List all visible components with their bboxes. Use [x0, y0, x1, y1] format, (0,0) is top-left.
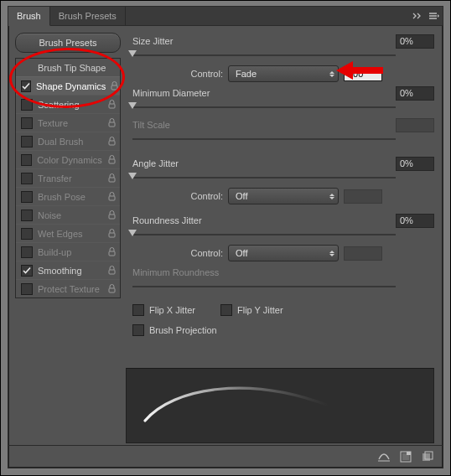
roundness-jitter-label: Roundness Jitter [132, 215, 391, 225]
sidebar-item-noise[interactable]: Noise [16, 205, 120, 224]
sidebar-item-transfer[interactable]: Transfer [16, 168, 120, 187]
sidebar-item-label: Build-up [38, 247, 101, 257]
lock-icon[interactable] [106, 192, 117, 201]
angle-jitter-row: Angle Jitter 0% [132, 155, 434, 172]
sidebar-item-brush-pose[interactable]: Brush Pose [16, 187, 120, 205]
svg-rect-6 [109, 196, 115, 200]
roundness-jitter-row: Roundness Jitter 0% [132, 212, 434, 229]
panel-expand-icon[interactable] [409, 7, 426, 25]
new-preset-icon[interactable] [397, 449, 414, 464]
checkbox-icon[interactable] [21, 283, 33, 295]
shape-dynamics-properties: Size Jitter 0% Control: Fade 200 Minimum [126, 26, 443, 363]
brush-projection-checkbox[interactable]: Brush Projection [132, 324, 217, 336]
min-roundness-label: Minimum Roundness [132, 267, 434, 277]
control-select-value: Fade [236, 69, 257, 79]
min-roundness-slider [132, 282, 434, 291]
flip-x-jitter-checkbox[interactable]: Flip X Jitter [132, 304, 195, 316]
sidebar-item-dual-brush[interactable]: Dual Brush [16, 132, 120, 150]
lock-icon[interactable] [106, 229, 117, 238]
size-jitter-label: Size Jitter [132, 36, 391, 46]
checkbox-icon [132, 324, 144, 336]
brush-sidebar: Brush Presets Brush Tip Shape Shape Dyna… [8, 26, 126, 363]
svg-rect-2 [109, 122, 115, 127]
tab-brush[interactable]: Brush [8, 7, 50, 26]
sidebar-item-smoothing[interactable]: Smoothing [16, 261, 120, 279]
lock-icon[interactable] [106, 173, 117, 183]
control-select-angle[interactable]: Off [228, 188, 339, 204]
flip-y-jitter-label: Flip Y Jitter [237, 305, 283, 315]
sidebar-item-texture[interactable]: Texture [16, 113, 120, 132]
svg-rect-0 [111, 85, 117, 90]
checkbox-icon[interactable] [21, 191, 33, 203]
svg-rect-8 [109, 233, 115, 237]
lock-icon[interactable] [106, 137, 117, 146]
tab-brush-presets[interactable]: Brush Presets [50, 7, 126, 25]
toggle-preview-icon[interactable] [376, 449, 392, 464]
sidebar-item-color-dynamics[interactable]: Color Dynamics [16, 150, 120, 168]
min-diameter-slider[interactable] [132, 103, 434, 111]
lock-icon[interactable] [106, 118, 117, 127]
svg-rect-9 [109, 251, 115, 256]
sidebar-item-build-up[interactable]: Build-up [16, 242, 120, 261]
control-row-roundness: Control: Off [132, 244, 434, 262]
lock-icon[interactable] [106, 210, 117, 220]
min-diameter-value[interactable]: 0% [396, 86, 434, 101]
flip-y-jitter-checkbox[interactable]: Flip Y Jitter [220, 304, 283, 316]
sidebar-item-label: Smoothing [38, 266, 101, 276]
control-fade-steps-input[interactable]: 200 [344, 67, 382, 81]
brush-options-list: Brush Tip Shape Shape Dynamics Scatterin… [15, 58, 121, 298]
checkbox-icon [220, 304, 232, 316]
lock-icon[interactable] [106, 284, 117, 293]
checkbox-icon[interactable] [21, 265, 33, 277]
checkbox-icon[interactable] [21, 136, 33, 147]
control-select-value: Off [236, 248, 247, 258]
control-select-roundness[interactable]: Off [228, 245, 339, 261]
unknown-footer-icon[interactable] [419, 449, 436, 464]
checkbox-icon[interactable] [21, 228, 33, 240]
panel-footer [8, 445, 443, 468]
sidebar-item-label: Brush Pose [38, 192, 101, 202]
sidebar-item-label: Shape Dynamics [36, 81, 106, 91]
control-label: Control: [178, 191, 223, 201]
lock-icon[interactable] [106, 266, 117, 275]
checkbox-icon[interactable] [21, 210, 33, 221]
checkbox-icon[interactable] [21, 173, 33, 184]
size-jitter-row: Size Jitter 0% [132, 33, 434, 49]
min-diameter-row: Minimum Diameter 0% [132, 85, 434, 101]
checkbox-icon[interactable] [21, 80, 31, 92]
angle-jitter-value[interactable]: 0% [396, 157, 434, 171]
brush-presets-button[interactable]: Brush Presets [15, 33, 121, 53]
svg-rect-1 [109, 104, 115, 108]
roundness-jitter-value[interactable]: 0% [396, 214, 434, 228]
sidebar-item-protect-texture[interactable]: Protect Texture [16, 279, 120, 298]
sidebar-item-scattering[interactable]: Scattering [16, 95, 120, 113]
svg-rect-15 [422, 453, 430, 461]
checkbox-icon[interactable] [21, 246, 33, 258]
sidebar-item-brush-tip-shape[interactable]: Brush Tip Shape [16, 59, 120, 76]
lock-icon[interactable] [106, 247, 117, 256]
checkbox-icon[interactable] [21, 117, 33, 129]
sidebar-item-wet-edges[interactable]: Wet Edges [16, 224, 120, 242]
angle-jitter-label: Angle Jitter [132, 158, 391, 168]
flip-jitter-row: Flip X Jitter Flip Y Jitter [132, 301, 434, 319]
lock-icon[interactable] [106, 100, 117, 109]
checkbox-icon[interactable] [21, 99, 33, 111]
control-roundness-value [344, 246, 382, 261]
svg-rect-14 [407, 452, 411, 455]
tab-brush-presets-label: Brush Presets [59, 11, 117, 21]
checkbox-icon[interactable] [21, 154, 32, 166]
panel-menu-icon[interactable] [426, 7, 443, 25]
size-jitter-slider[interactable] [132, 51, 434, 60]
sidebar-item-label: Protect Texture [38, 284, 101, 294]
min-roundness-row: Minimum Roundness [132, 264, 434, 281]
control-select-size[interactable]: Fade [228, 65, 339, 82]
lock-icon[interactable] [111, 81, 118, 91]
panel-tab-bar: Brush Brush Presets [8, 7, 443, 26]
sidebar-item-shape-dynamics[interactable]: Shape Dynamics [16, 76, 120, 95]
size-jitter-value[interactable]: 0% [396, 34, 434, 49]
angle-jitter-slider[interactable] [132, 173, 434, 182]
control-select-value: Off [236, 191, 247, 201]
select-arrows-icon [329, 71, 334, 77]
roundness-jitter-slider[interactable] [132, 230, 434, 239]
lock-icon[interactable] [107, 155, 117, 164]
